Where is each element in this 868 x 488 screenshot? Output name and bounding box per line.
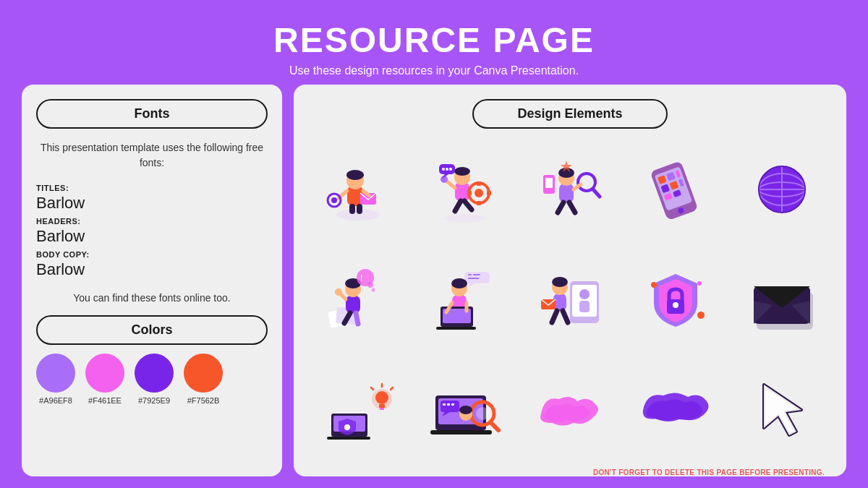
svg-point-64: [335, 288, 342, 296]
svg-line-23: [455, 201, 461, 211]
svg-point-86: [579, 289, 590, 299]
illus-cell-11: [308, 358, 408, 462]
fonts-description: This presentation template uses the foll…: [36, 140, 268, 171]
colors-header: Colors: [36, 315, 268, 345]
svg-point-90: [552, 277, 568, 287]
color-swatches: #A96EF8 #F461EE #7925E9 #F7562B: [36, 354, 268, 405]
font-item-body: BODY COPY: Barlow: [36, 247, 268, 279]
svg-line-21: [446, 181, 455, 188]
illus-cell-10: [732, 247, 832, 351]
footer-note: DON'T FORGET TO DELETE THIS PAGE BEFORE …: [0, 464, 846, 481]
illus-person-thinking: !: [318, 263, 398, 335]
illus-envelope: [742, 263, 822, 335]
illus-cell-13: [520, 358, 620, 462]
svg-line-92: [552, 311, 557, 322]
illus-cell-7: [414, 247, 514, 351]
svg-point-107: [344, 424, 350, 430]
design-grid: !: [308, 137, 832, 462]
illus-cell-12: [414, 358, 514, 462]
svg-rect-120: [443, 403, 446, 406]
svg-point-68: [367, 282, 373, 288]
color-swatch-3: #7925E9: [135, 354, 174, 405]
svg-rect-81: [436, 327, 476, 330]
svg-point-27: [442, 168, 445, 171]
illus-cell-6: !: [308, 247, 408, 351]
svg-rect-37: [545, 178, 553, 188]
illus-cell-5: [732, 137, 832, 241]
illus-cell-3: [520, 137, 620, 241]
page-title: RESOURCE PAGE: [0, 20, 868, 60]
left-panel: Fonts This presentation template uses th…: [22, 85, 282, 476]
svg-point-124: [476, 407, 489, 420]
svg-point-16: [475, 189, 483, 197]
color-hex-2: #F461EE: [88, 396, 122, 405]
page-header: RESOURCE PAGE Use these design resources…: [0, 0, 868, 85]
illus-cell-15: [732, 358, 832, 462]
svg-rect-9: [349, 204, 355, 214]
svg-rect-111: [380, 408, 384, 410]
svg-line-125: [490, 422, 498, 430]
svg-point-78: [451, 278, 467, 288]
svg-rect-110: [379, 404, 385, 408]
color-swatch-1: #A96EF8: [36, 354, 75, 405]
illus-shield: [636, 263, 715, 335]
svg-point-127: [459, 406, 472, 414]
illus-person-laptop: [425, 263, 504, 335]
illus-person-device: [530, 263, 610, 335]
design-elements-header: Design Elements: [308, 99, 832, 129]
font-item-headers: HEADERS: Barlow: [36, 214, 268, 246]
svg-rect-106: [327, 437, 370, 440]
illus-brush-stroke-1: [530, 374, 610, 446]
svg-rect-122: [451, 403, 454, 406]
svg-rect-121: [447, 403, 450, 406]
svg-line-39: [569, 202, 575, 213]
svg-text:!: !: [360, 274, 362, 282]
svg-point-32: [558, 168, 574, 178]
illus-person-gear: [318, 153, 398, 226]
illus-person-shield: [318, 374, 398, 446]
svg-rect-18: [477, 201, 481, 205]
svg-rect-30: [559, 184, 574, 202]
footer-text: DON'T FORGET TO DELETE THIS PAGE BEFORE …: [593, 468, 825, 476]
font-name-body: Barlow: [36, 260, 268, 279]
illus-person-search: [530, 153, 610, 226]
svg-point-97: [697, 281, 702, 286]
svg-line-34: [593, 189, 600, 197]
font-online-note: You can find these fonts online too.: [36, 292, 268, 304]
svg-rect-74: [473, 274, 480, 275]
svg-rect-20: [487, 191, 491, 195]
swatch-2: [85, 354, 124, 393]
svg-rect-60: [346, 296, 360, 313]
swatch-1: [36, 354, 75, 393]
illus-cell-8: [520, 247, 620, 351]
svg-line-113: [391, 388, 393, 390]
font-name-titles: Barlow: [36, 194, 268, 213]
svg-rect-19: [467, 191, 472, 195]
font-label-headers: HEADERS:: [36, 217, 80, 226]
illus-cell-4: [626, 137, 726, 241]
svg-rect-73: [468, 274, 472, 275]
svg-point-69: [372, 288, 375, 292]
illus-cell-9: [626, 247, 726, 351]
color-hex-1: #A96EF8: [39, 396, 72, 405]
color-swatch-4: #F7562B: [184, 354, 223, 405]
svg-rect-10: [357, 204, 362, 214]
fonts-list: TITLES: Barlow HEADERS: Barlow BODY COPY…: [36, 179, 268, 281]
svg-line-114: [371, 388, 373, 390]
page-subtitle: Use these design resources in your Canva…: [0, 64, 868, 77]
illus-mobile-phone: [636, 153, 715, 226]
svg-point-29: [449, 168, 452, 171]
right-panel: Design Elements: [294, 85, 846, 476]
svg-point-98: [697, 312, 705, 319]
svg-point-109: [375, 391, 388, 404]
svg-point-95: [673, 302, 678, 308]
font-name-headers: Barlow: [36, 227, 268, 246]
svg-point-11: [444, 214, 485, 223]
font-item-titles: TITLES: Barlow: [36, 181, 268, 213]
colors-section: Colors #A96EF8 #F461EE #7925E9 #F7562B: [36, 315, 268, 405]
illus-cell-14: [626, 358, 726, 462]
svg-line-66: [356, 313, 358, 324]
svg-marker-72: [467, 283, 475, 288]
illus-cell-1: [308, 137, 408, 241]
svg-point-96: [651, 282, 657, 288]
